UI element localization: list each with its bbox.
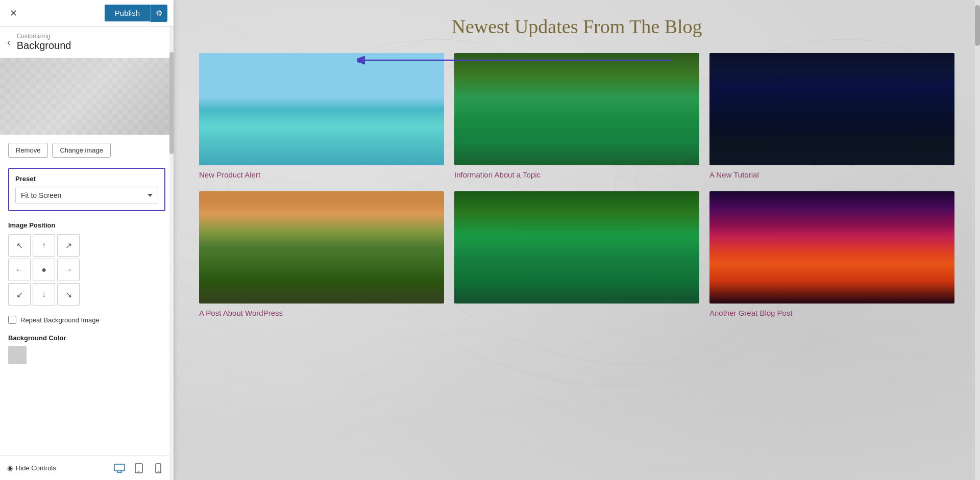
position-grid: ↖ ↑ ↗ ← ● → ↙ ↓ ↘	[8, 234, 165, 306]
repeat-checkbox[interactable]	[8, 316, 16, 324]
blog-section-title: Newest Updates From The Blog	[194, 10, 960, 38]
card-link-2[interactable]: Information About a Topic	[454, 170, 699, 179]
card-image-3	[709, 53, 954, 165]
close-button[interactable]: ✕	[6, 6, 20, 20]
remove-button[interactable]: Remove	[8, 143, 48, 158]
blog-card	[454, 191, 699, 319]
device-buttons	[111, 460, 166, 476]
image-position-label: Image Position	[8, 221, 165, 229]
top-bar: ✕ Publish ⚙	[0, 0, 174, 27]
card-image-4	[199, 191, 444, 304]
hide-controls-icon: ◉	[7, 464, 13, 472]
site-preview: Newest Updates From The Blog New Product…	[174, 0, 980, 480]
image-action-buttons: Remove Change image	[8, 143, 165, 158]
panel-content: Remove Change image Preset Fit to Screen…	[0, 135, 174, 456]
card-link-4[interactable]: A Post About WordPress	[199, 309, 444, 317]
card-image-5	[454, 191, 699, 304]
publish-area: Publish ⚙	[105, 5, 167, 22]
arrow-annotation	[357, 45, 674, 78]
background-preview	[0, 58, 174, 135]
bg-color-label: Background Color	[8, 334, 165, 342]
blog-card: Another Great Blog Post	[709, 191, 954, 319]
card-link-6[interactable]: Another Great Blog Post	[709, 309, 954, 317]
pos-middle-left[interactable]: ←	[8, 259, 31, 281]
preset-label: Preset	[15, 175, 158, 183]
pos-top-left[interactable]: ↖	[8, 234, 31, 257]
breadcrumb: ‹ Customizing Background	[0, 27, 174, 58]
main-scrollbar-thumb[interactable]	[975, 5, 980, 46]
preview-pattern	[0, 58, 174, 135]
pos-bottom-center[interactable]: ↓	[33, 283, 55, 306]
pos-center[interactable]: ●	[33, 259, 55, 281]
blog-card: A New Tutorial	[709, 53, 954, 181]
breadcrumb-text: Customizing Background	[17, 33, 71, 52]
card-link-1[interactable]: New Product Alert	[199, 170, 444, 179]
pos-bottom-right[interactable]: ↘	[57, 283, 80, 306]
color-swatch[interactable]	[8, 346, 27, 364]
preset-select[interactable]: Fit to Screen Fill Screen Custom Default…	[15, 187, 158, 204]
back-button[interactable]: ‹	[7, 36, 11, 48]
preset-section: Preset Fit to Screen Fill Screen Custom …	[8, 168, 165, 211]
card-image-6	[709, 191, 954, 304]
repeat-row: Repeat Background Image	[8, 316, 165, 324]
pos-bottom-left[interactable]: ↙	[8, 283, 31, 306]
mobile-view-button[interactable]	[150, 460, 166, 476]
svg-point-5	[138, 471, 139, 472]
publish-button[interactable]: Publish	[105, 5, 150, 21]
repeat-label: Repeat Background Image	[20, 316, 100, 324]
desktop-view-button[interactable]	[111, 460, 128, 476]
card-link-3[interactable]: A New Tutorial	[709, 170, 954, 179]
bottom-bar: ◉ Hide Controls	[0, 456, 174, 480]
pos-middle-right[interactable]: →	[57, 259, 80, 281]
customizing-label: Customizing	[17, 33, 71, 40]
scroll-track[interactable]	[169, 27, 174, 480]
settings-button[interactable]: ⚙	[150, 5, 167, 22]
svg-point-7	[158, 471, 159, 472]
hide-controls-button[interactable]: ◉ Hide Controls	[7, 464, 56, 472]
section-title: Background	[17, 40, 71, 52]
hide-controls-label: Hide Controls	[16, 464, 56, 472]
scroll-thumb[interactable]	[169, 52, 174, 154]
main-scrollbar[interactable]	[975, 0, 980, 480]
tablet-icon	[135, 463, 143, 473]
pos-top-center[interactable]: ↑	[33, 234, 55, 257]
blog-card: A Post About WordPress	[199, 191, 444, 319]
customizer-panel: ✕ Publish ⚙ ‹ Customizing Background Rem…	[0, 0, 174, 480]
desktop-icon	[114, 464, 125, 473]
tablet-view-button[interactable]	[131, 460, 147, 476]
blog-grid: New Product Alert Information About a To…	[194, 53, 960, 319]
svg-rect-0	[114, 464, 125, 471]
change-image-button[interactable]: Change image	[52, 143, 111, 158]
mobile-icon	[155, 463, 161, 473]
pos-top-right[interactable]: ↗	[57, 234, 80, 257]
color-row	[8, 346, 165, 364]
